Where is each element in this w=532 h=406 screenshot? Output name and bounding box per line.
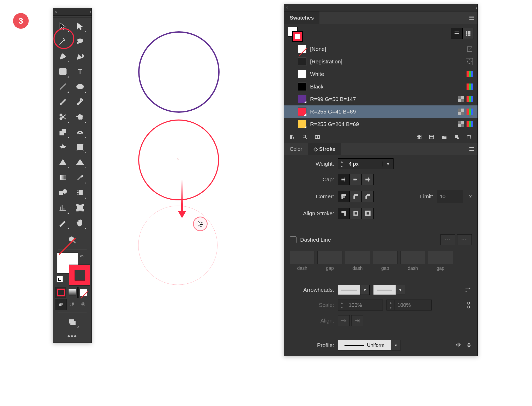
close-icon[interactable]: × xyxy=(286,5,288,10)
close-icon[interactable]: × xyxy=(55,9,57,15)
default-fill-stroke-icon[interactable] xyxy=(57,276,63,282)
tab-stroke[interactable]: ◇Stroke xyxy=(308,143,341,155)
swatch-row-black[interactable]: Black xyxy=(284,80,477,93)
corner-miter-button[interactable] xyxy=(338,191,350,202)
grid-view-button[interactable] xyxy=(462,28,474,39)
swatch-kind-menu-icon[interactable] xyxy=(302,134,308,140)
line-tool[interactable] xyxy=(55,79,71,94)
weight-stepper[interactable]: ▲▼ 4 px ▾ xyxy=(338,158,394,169)
artboard-tool[interactable] xyxy=(72,200,88,215)
scale-tool[interactable] xyxy=(55,124,71,140)
flip-across-icon[interactable] xyxy=(466,342,472,349)
align-stroke-inside-button[interactable] xyxy=(350,208,362,219)
draw-inside-button[interactable] xyxy=(78,299,88,309)
dash-input[interactable] xyxy=(290,251,315,264)
folder-icon[interactable] xyxy=(441,134,447,140)
dashed-align-button[interactable] xyxy=(457,234,472,245)
arrowhead-start-combo[interactable]: ▾ xyxy=(338,285,370,295)
new-swatch-icon[interactable] xyxy=(454,134,460,140)
swatch-libraries-icon[interactable] xyxy=(289,134,295,140)
pen-tool[interactable] xyxy=(55,49,71,64)
shape-builder-tool[interactable] xyxy=(55,155,71,170)
width-tool[interactable] xyxy=(72,124,88,140)
touch-type-tool[interactable] xyxy=(72,64,88,79)
lasso-tool[interactable] xyxy=(72,34,88,49)
draw-normal-button[interactable] xyxy=(56,299,66,310)
swatch-row-reg[interactable]: [Registration] xyxy=(284,55,477,68)
chevron-down-icon[interactable]: ▾ xyxy=(383,162,393,166)
blob-brush-tool[interactable] xyxy=(72,94,88,109)
screen-mode-button[interactable] xyxy=(64,315,80,329)
dash-input[interactable] xyxy=(373,251,398,264)
type-tool[interactable] xyxy=(55,64,71,79)
tab-swatches[interactable]: Swatches xyxy=(284,11,319,24)
dash-input[interactable] xyxy=(428,251,453,264)
gradient-tool[interactable] xyxy=(55,170,71,185)
dashed-checkbox[interactable] xyxy=(290,236,297,243)
paintbrush-tool[interactable] xyxy=(55,94,71,109)
puppet-warp-tool[interactable] xyxy=(55,140,71,155)
flip-along-icon[interactable] xyxy=(455,342,462,349)
column-graph-tool[interactable] xyxy=(55,200,71,215)
chevron-down-icon[interactable]: ▾ xyxy=(391,340,401,350)
profile-combo[interactable]: Uniform ▾ xyxy=(338,340,401,350)
scissors-tool[interactable] xyxy=(55,109,71,124)
zoom-tool[interactable] xyxy=(64,232,80,247)
swatch-row-purple[interactable]: R=99 G=50 B=147 xyxy=(284,93,477,105)
dash-input[interactable] xyxy=(345,251,370,264)
collapse-icon[interactable]: ‹‹ xyxy=(90,10,90,14)
swatches-stroke-chip[interactable] xyxy=(292,31,303,42)
canvas-circle-1[interactable] xyxy=(138,120,219,200)
arrowhead-end-combo[interactable]: ▾ xyxy=(373,285,405,295)
magic-wand-tool[interactable] xyxy=(55,34,71,49)
hand-tool[interactable] xyxy=(72,215,88,230)
corner-bevel-button[interactable] xyxy=(362,191,374,202)
swatch-row-yellow[interactable]: R=255 G=204 B=69 xyxy=(284,118,477,130)
rotate-tool[interactable] xyxy=(72,109,88,124)
dash-input[interactable] xyxy=(317,251,342,264)
panel-menu-button[interactable] xyxy=(466,143,477,155)
swap-arrowheads-icon[interactable] xyxy=(464,287,472,293)
ellipse-tool[interactable] xyxy=(72,79,88,94)
collapse-icon[interactable]: ‹‹ xyxy=(476,5,476,10)
list-view-button[interactable] xyxy=(451,28,462,39)
selection-tool[interactable] xyxy=(55,19,71,34)
slice-tool[interactable] xyxy=(55,215,71,230)
swatch-row-white[interactable]: White xyxy=(284,68,477,80)
align-stroke-outside-button[interactable] xyxy=(362,208,374,219)
apply-color-button[interactable] xyxy=(56,287,66,298)
tab-color[interactable]: Color xyxy=(284,143,308,155)
free-transform-tool[interactable] xyxy=(72,140,88,155)
apply-gradient-button[interactable] xyxy=(67,287,77,298)
canvas-circle-0[interactable] xyxy=(138,31,220,113)
align-stroke-center-button[interactable] xyxy=(338,208,350,219)
apply-none-button[interactable] xyxy=(78,287,89,298)
stepper-arrows[interactable]: ▲▼ xyxy=(338,159,346,169)
fill-stroke-indicator[interactable]: ⤺ xyxy=(53,250,92,285)
swatch-options-icon[interactable] xyxy=(314,134,321,140)
limit-input[interactable] xyxy=(437,190,463,203)
perspective-grid-tool[interactable] xyxy=(72,155,88,170)
dash-input[interactable] xyxy=(400,251,425,264)
cap-butt-button[interactable] xyxy=(338,174,350,185)
draw-behind-button[interactable] xyxy=(67,299,77,309)
cap-round-button[interactable] xyxy=(350,174,362,185)
stroke-swatch[interactable] xyxy=(69,265,90,285)
new-swatch-group-icon[interactable] xyxy=(428,134,435,140)
trash-icon[interactable] xyxy=(466,134,472,140)
panel-grip[interactable] xyxy=(53,16,92,17)
curvature-tool[interactable] xyxy=(72,49,88,64)
panel-menu-button[interactable] xyxy=(466,11,477,24)
cap-projecting-button[interactable] xyxy=(362,174,374,185)
edit-toolbar-button[interactable]: ••• xyxy=(53,330,92,343)
direct-selection-tool[interactable] xyxy=(72,19,88,34)
swatch-row-none[interactable]: [None] xyxy=(284,43,477,55)
corner-round-button[interactable] xyxy=(350,191,362,202)
symbol-sprayer-tool[interactable] xyxy=(72,185,88,200)
blend-tool[interactable] xyxy=(55,185,71,200)
swap-fill-stroke-icon[interactable]: ⤺ xyxy=(80,253,84,259)
eyedropper-tool[interactable] xyxy=(72,170,88,185)
new-color-group-icon[interactable] xyxy=(416,134,422,140)
swatches-fill-stroke[interactable] xyxy=(288,27,303,40)
dashed-preserve-button[interactable] xyxy=(440,234,455,245)
